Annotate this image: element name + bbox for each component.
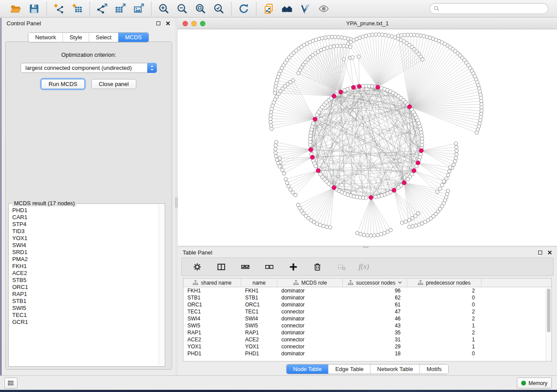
- split-table-button[interactable]: [214, 260, 228, 273]
- table-row[interactable]: ORC1ORC1dominator610: [183, 301, 551, 308]
- refresh-view-button[interactable]: [237, 2, 250, 15]
- cell: dominator: [277, 294, 343, 301]
- tab-style[interactable]: Style: [62, 33, 89, 42]
- table-row[interactable]: TEC1TEC1connector472: [183, 308, 551, 315]
- mcds-result-item[interactable]: STB5: [12, 277, 158, 284]
- node-table: shared namenameMCDS rolesuccessor nodesp…: [183, 278, 552, 361]
- zoom-selected-button[interactable]: [212, 2, 225, 15]
- column-header-successor-nodes[interactable]: successor nodes: [343, 279, 407, 287]
- close-panel-icon[interactable]: [166, 21, 170, 26]
- cell: 2: [407, 315, 481, 322]
- network-canvas[interactable]: [178, 29, 557, 246]
- delete-table-button: [335, 260, 348, 273]
- mcds-result-item[interactable]: FKH1: [12, 263, 158, 270]
- table-panel: Table Panel f(x) shared namenameMCDS rol…: [178, 247, 557, 375]
- cell: 62: [343, 294, 407, 301]
- memory-label: Memory: [529, 380, 547, 386]
- save-session-icon: [28, 3, 40, 14]
- table-row[interactable]: FKH1FKH1dominator962: [183, 287, 551, 294]
- table-scrollbar-thumb[interactable]: [547, 289, 550, 332]
- criterion-dropdown[interactable]: largest connected component (undirected): [21, 63, 157, 73]
- zoom-fit-button[interactable]: [194, 2, 207, 15]
- table-row[interactable]: SWI5SWI5connector431: [183, 322, 551, 329]
- import-table-icon: [72, 3, 83, 14]
- mcds-result-item[interactable]: ACE2: [12, 270, 158, 277]
- open-file-button[interactable]: [9, 2, 22, 15]
- column-label: MCDS role: [301, 280, 327, 286]
- run-mcds-button[interactable]: Run MCDS: [41, 79, 85, 89]
- export-image-button[interactable]: [132, 2, 145, 15]
- cell: dominator: [277, 329, 343, 336]
- save-session-button[interactable]: [28, 2, 41, 15]
- table-row[interactable]: PHD1PHD1dominator180: [183, 350, 551, 357]
- close-window-icon[interactable]: [183, 21, 188, 26]
- deselect-all-columns-button[interactable]: [263, 260, 276, 273]
- tab-select[interactable]: Select: [89, 33, 118, 42]
- mcds-result-item[interactable]: STB1: [12, 298, 158, 305]
- minimize-window-icon[interactable]: [191, 21, 197, 26]
- mcds-result-item[interactable]: TID3: [12, 228, 158, 235]
- column-label: predecessor nodes: [426, 280, 471, 286]
- column-header-name[interactable]: name: [241, 279, 277, 287]
- column-label: shared name: [201, 280, 232, 286]
- mcds-result-item[interactable]: PHD1: [12, 207, 158, 214]
- export-network-button[interactable]: [96, 2, 109, 15]
- mcds-result-item[interactable]: ORC1: [12, 284, 158, 291]
- tab-mcds[interactable]: MCDS: [118, 33, 148, 42]
- memory-button[interactable]: Memory: [517, 378, 552, 389]
- table-row[interactable]: YOX1YOX1connector291: [183, 343, 551, 350]
- table-row[interactable]: STB1STB1dominator620: [183, 294, 551, 301]
- toggle-preview-button[interactable]: [317, 2, 330, 15]
- table-row[interactable]: ACE2ACE2connector311: [183, 336, 551, 343]
- mcds-result-item[interactable]: RAP1: [12, 291, 158, 298]
- table-scrollbar[interactable]: [546, 287, 551, 361]
- table-row[interactable]: SWI4SWI4dominator462: [183, 315, 551, 322]
- tab-edge-table[interactable]: Edge Table: [328, 364, 370, 374]
- mcds-result-item[interactable]: TEC1: [12, 312, 158, 319]
- cell: dominator: [277, 287, 343, 294]
- mcds-result-item[interactable]: GCR1: [12, 319, 158, 326]
- tab-network-table[interactable]: Network Table: [370, 364, 419, 374]
- import-table-button[interactable]: [71, 2, 84, 15]
- column-settings-button[interactable]: [190, 260, 204, 273]
- mcds-result-item[interactable]: YOX1: [12, 235, 158, 242]
- tab-network[interactable]: Network: [28, 33, 62, 42]
- main-toolbar: [0, 0, 557, 17]
- column-header-MCDS-role[interactable]: MCDS role: [277, 279, 343, 287]
- select-all-columns-button[interactable]: [239, 260, 252, 273]
- close-table-panel-icon[interactable]: [547, 250, 552, 255]
- result-list-scrollbar[interactable]: [159, 204, 164, 366]
- mcds-result-item[interactable]: CAR1: [12, 214, 158, 221]
- column-header-shared-name[interactable]: shared name: [183, 279, 241, 287]
- toggle-vizmapper-button[interactable]: [299, 2, 312, 15]
- maximize-window-icon[interactable]: [200, 21, 205, 26]
- tab-motifs[interactable]: Motifs: [419, 364, 448, 374]
- mcds-result-item[interactable]: STP4: [12, 221, 158, 228]
- control-panel: Control Panel NetworkStyleSelectMCDS Opt…: [2, 18, 175, 375]
- cell: FKH1: [241, 287, 277, 294]
- float-panel-icon[interactable]: [156, 21, 160, 25]
- table-row[interactable]: RAP1RAP1dominator352: [183, 329, 551, 336]
- mcds-result-item[interactable]: SWI4: [12, 242, 158, 249]
- mcds-result-item[interactable]: SWI5: [12, 305, 158, 312]
- mcds-result-item[interactable]: PMA2: [12, 256, 158, 263]
- export-table-button[interactable]: [114, 2, 127, 15]
- cell: 2: [407, 329, 481, 336]
- cell: STB1: [241, 294, 277, 301]
- zoom-in-button[interactable]: [157, 2, 170, 15]
- mcds-result-item[interactable]: SRD1: [12, 249, 158, 256]
- add-column-button[interactable]: [287, 260, 300, 273]
- clone-network-button[interactable]: [262, 2, 275, 15]
- network-window-title: YPA_prune.txt_1: [346, 20, 388, 27]
- show-all-networks-button[interactable]: [280, 2, 294, 15]
- zoom-out-button[interactable]: [176, 2, 189, 15]
- search-box[interactable]: [429, 3, 548, 14]
- float-table-panel-icon[interactable]: [538, 251, 542, 254]
- search-input[interactable]: [442, 5, 544, 12]
- delete-column-button[interactable]: [311, 260, 324, 273]
- import-network-button[interactable]: [52, 2, 66, 15]
- column-header-predecessor-nodes[interactable]: predecessor nodes: [407, 279, 481, 287]
- task-history-button[interactable]: [4, 378, 17, 389]
- tab-node-table[interactable]: Node Table: [287, 364, 329, 374]
- close-panel-button[interactable]: Close panel: [91, 79, 136, 89]
